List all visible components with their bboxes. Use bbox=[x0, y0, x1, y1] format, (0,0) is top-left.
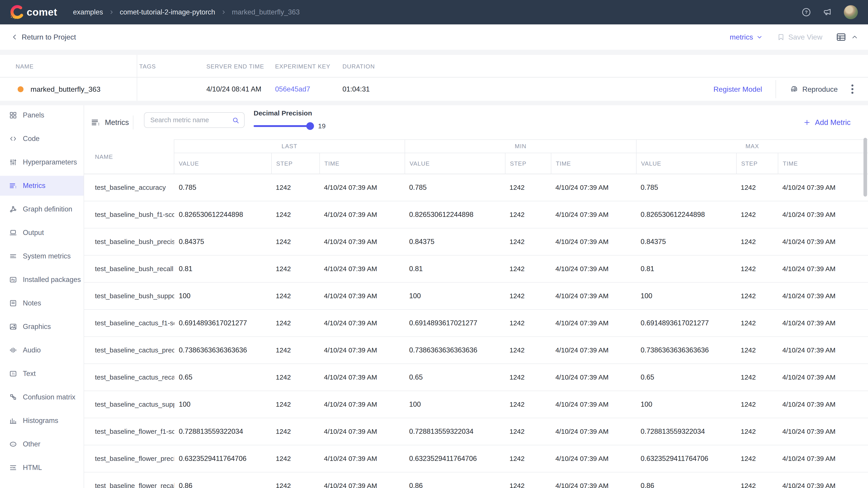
sidebar-item-panels[interactable]: Panels bbox=[0, 105, 84, 125]
svg-text:HTML: HTML bbox=[10, 466, 16, 469]
last-time-cell: 4/10/24 07:39 AM bbox=[319, 238, 405, 246]
header-min-time: TIME bbox=[551, 153, 636, 174]
max-value-cell: 0.785 bbox=[636, 184, 736, 192]
min-step-cell: 1242 bbox=[505, 428, 551, 435]
last-step-cell: 1242 bbox=[271, 211, 319, 219]
sidebar-item-notes[interactable]: Notes bbox=[0, 293, 84, 313]
notes-icon bbox=[9, 299, 17, 307]
max-time-cell: 4/10/24 07:39 AM bbox=[778, 319, 868, 327]
assets-icon bbox=[9, 487, 17, 488]
experiment-duration: 01:04:31 bbox=[342, 85, 370, 93]
min-time-cell: 4/10/24 07:39 AM bbox=[551, 211, 636, 219]
more-options-icon[interactable] bbox=[851, 84, 854, 94]
col-header-experiment-key: EXPERIMENT KEY bbox=[275, 63, 331, 70]
last-value-cell: 0.84375 bbox=[174, 238, 271, 246]
last-value-cell: 0.81 bbox=[174, 265, 271, 273]
announcements-icon[interactable] bbox=[823, 7, 833, 17]
sidebar-item-html[interactable]: HTMLHTML bbox=[0, 458, 84, 478]
user-avatar[interactable] bbox=[844, 5, 858, 19]
sidebar-item-label: Graphics bbox=[23, 323, 51, 331]
breadcrumb-item[interactable]: marked_butterfly_363 bbox=[232, 8, 300, 16]
min-value-cell: 0.6914893617021277 bbox=[405, 319, 505, 327]
experiment-row: marked_butterfly_363 4/10/24 08:41 AM 05… bbox=[0, 77, 868, 101]
min-time-cell: 4/10/24 07:39 AM bbox=[551, 319, 636, 327]
decimal-precision-slider-track[interactable] bbox=[254, 125, 310, 127]
sidebar-item-code[interactable]: Code bbox=[0, 129, 84, 149]
sidebar-item-text[interactable]: TtText bbox=[0, 364, 84, 384]
html-icon: HTML bbox=[9, 464, 17, 472]
save-view-button[interactable]: Save View bbox=[777, 33, 822, 41]
breadcrumb-separator-icon bbox=[108, 9, 114, 15]
confusion-matrix-icon bbox=[9, 393, 17, 401]
experiment-actions: Register Model Reproduce bbox=[713, 77, 868, 101]
breadcrumb-item[interactable]: examples bbox=[73, 8, 103, 16]
add-metric-button[interactable]: Add Metric bbox=[803, 105, 850, 139]
comet-wordmark: comet bbox=[27, 6, 57, 18]
actions-divider bbox=[776, 80, 776, 98]
last-step-cell: 1242 bbox=[271, 482, 319, 488]
min-value-cell: 0.65 bbox=[405, 373, 505, 381]
metric-row: test_baseline_flower_precision0.63235294… bbox=[84, 445, 868, 473]
max-value-cell: 0.728813559322034 bbox=[636, 427, 736, 435]
max-value-cell: 100 bbox=[636, 292, 736, 300]
metric-name-cell: test_baseline_flower_precision bbox=[84, 455, 174, 462]
metric-row: test_baseline_bush_f1-score0.82653061224… bbox=[84, 201, 868, 228]
collapse-panel-icon[interactable] bbox=[851, 33, 859, 41]
min-value-cell: 0.84375 bbox=[405, 238, 505, 246]
metric-name-cell: test_baseline_accuracy bbox=[84, 184, 174, 191]
sidebar-item-system-metrics[interactable]: System metrics bbox=[0, 246, 84, 266]
reproduce-button[interactable]: Reproduce bbox=[789, 85, 838, 94]
sidebar-item-output[interactable]: Output bbox=[0, 223, 84, 242]
min-value-cell: 0.785 bbox=[405, 184, 505, 192]
experiment-summary-table: NAME TAGS SERVER END TIME EXPERIMENT KEY… bbox=[0, 55, 868, 101]
sidebar-item-confusion-matrix[interactable]: Confusion matrix bbox=[0, 387, 84, 407]
max-step-cell: 1242 bbox=[736, 211, 778, 219]
min-step-cell: 1242 bbox=[505, 184, 551, 191]
sidebar-item-metrics[interactable]: Metrics bbox=[0, 176, 84, 196]
code-icon bbox=[9, 135, 17, 143]
max-time-cell: 4/10/24 07:39 AM bbox=[778, 238, 868, 246]
metrics-panel-header: Metrics Decimal Precision 19 Add Metric bbox=[84, 105, 868, 139]
min-time-cell: 4/10/24 07:39 AM bbox=[551, 346, 636, 354]
reproduce-label: Reproduce bbox=[802, 85, 838, 93]
sidebar-item-graphics[interactable]: Graphics bbox=[0, 317, 84, 337]
save-view-label: Save View bbox=[788, 33, 822, 41]
sidebar-item-graph-definition[interactable]: Graph definition bbox=[0, 199, 84, 219]
system-metrics-icon bbox=[9, 252, 17, 260]
panels-icon bbox=[9, 111, 17, 119]
decimal-precision-value: 19 bbox=[318, 122, 326, 130]
min-value-cell: 0.7386363636363636 bbox=[405, 346, 505, 354]
breadcrumb-item[interactable]: comet-tutorial-2-image-pytorch bbox=[120, 8, 215, 16]
min-step-cell: 1242 bbox=[505, 292, 551, 300]
experiment-key-link[interactable]: 056e45ad7 bbox=[275, 85, 310, 93]
max-time-cell: 4/10/24 07:39 AM bbox=[778, 184, 868, 191]
vertical-scrollbar-thumb[interactable] bbox=[864, 138, 867, 197]
metric-row: test_baseline_accuracy0.78512424/10/24 0… bbox=[84, 174, 868, 201]
sidebar-item-other[interactable]: Other bbox=[0, 434, 84, 454]
sidebar-item-hyperparameters[interactable]: Hyperparameters bbox=[0, 152, 84, 172]
last-time-cell: 4/10/24 07:39 AM bbox=[319, 455, 405, 462]
decimal-precision-slider-knob[interactable] bbox=[306, 122, 314, 130]
sidebar-item-histograms[interactable]: Histograms bbox=[0, 411, 84, 431]
metric-row: test_baseline_bush_support10012424/10/24… bbox=[84, 283, 868, 310]
register-model-button[interactable]: Register Model bbox=[713, 85, 762, 93]
comet-logo[interactable]: comet bbox=[9, 5, 57, 20]
return-to-project-button[interactable]: Return to Project bbox=[11, 33, 76, 41]
last-step-cell: 1242 bbox=[271, 265, 319, 273]
min-step-cell: 1242 bbox=[505, 400, 551, 408]
view-selector-dropdown[interactable]: metrics bbox=[730, 33, 763, 41]
help-icon[interactable]: ? bbox=[801, 7, 811, 17]
breadcrumb-separator-icon bbox=[221, 9, 226, 15]
comet-logo-icon bbox=[9, 5, 24, 20]
table-view-icon[interactable] bbox=[836, 32, 846, 42]
search-input[interactable] bbox=[145, 113, 244, 127]
sidebar-item-label: Panels bbox=[23, 111, 44, 119]
metric-name-cell: test_baseline_bush_precision bbox=[84, 238, 174, 246]
last-value-cell: 0.728813559322034 bbox=[174, 427, 271, 435]
sidebar-item-assets-artifacts[interactable]: Assets & Artifacts bbox=[0, 481, 84, 488]
sidebar-item-label: Metrics bbox=[23, 182, 45, 190]
sidebar-item-audio[interactable]: Audio bbox=[0, 340, 84, 360]
search-icon[interactable] bbox=[232, 117, 240, 124]
min-time-cell: 4/10/24 07:39 AM bbox=[551, 184, 636, 191]
sidebar-item-installed-packages[interactable]: PyInstalled packages bbox=[0, 270, 84, 290]
